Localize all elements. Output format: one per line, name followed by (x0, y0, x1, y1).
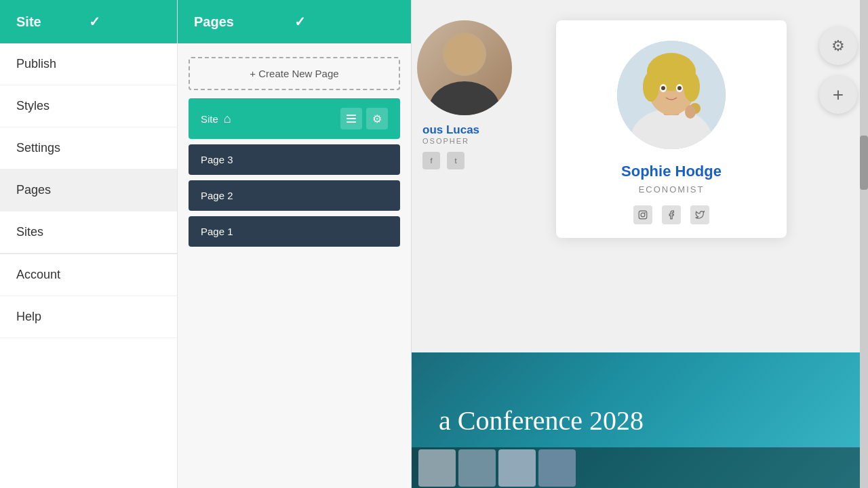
svg-rect-6 (454, 61, 475, 71)
sophie-name: Sophie Hodge (576, 163, 766, 180)
sidebar-item-publish[interactable]: Publish (0, 43, 177, 85)
pages-panel: Pages ✓ + Create New Page Site ⌂ (178, 0, 412, 488)
page-item-page2[interactable]: Page 2 (189, 180, 400, 211)
sidebar-item-sites[interactable]: Sites (0, 211, 177, 253)
scrollbar-track (860, 0, 868, 488)
svg-point-17 (677, 86, 682, 90)
left-name: ous Lucas (422, 123, 517, 137)
sidebar-title: Site (16, 14, 89, 30)
facebook-icon[interactable]: f (422, 152, 440, 169)
svg-point-12 (643, 72, 659, 102)
svg-point-21 (641, 213, 645, 217)
svg-point-19 (685, 105, 696, 119)
page-item-site[interactable]: Site ⌂ ⚙ (189, 98, 400, 139)
site-actions: ⚙ (340, 108, 388, 129)
home-icon: ⌂ (224, 112, 231, 126)
sophie-socials (576, 205, 766, 224)
sidebar-item-settings[interactable]: Settings (0, 127, 177, 169)
main-content: ous Lucas OSOPHER f t (412, 0, 868, 488)
pages-content: + Create New Page Site ⌂ ⚙ (178, 43, 411, 260)
page-item-page3[interactable]: Page 3 (189, 144, 400, 175)
pages-check-icon: ✓ (294, 14, 395, 30)
svg-rect-1 (347, 118, 356, 119)
svg-point-16 (661, 86, 665, 90)
sidebar-item-styles[interactable]: Styles (0, 85, 177, 127)
bottom-person-1 (418, 449, 456, 487)
svg-point-13 (684, 72, 700, 102)
left-socials: f t (422, 152, 517, 169)
sidebar-nav: Publish Styles Settings Pages Sites Acco… (0, 43, 177, 488)
sidebar-item-pages[interactable]: Pages (0, 169, 177, 211)
gear-icon: ⚙ (372, 113, 382, 125)
pages-header: Pages ✓ (178, 0, 411, 43)
create-new-page-button[interactable]: + Create New Page (189, 57, 400, 90)
svg-point-22 (644, 212, 646, 214)
bottom-people-strip (412, 447, 860, 488)
floating-add-button[interactable]: + (819, 76, 857, 114)
left-partial-card: ous Lucas OSOPHER f t (412, 20, 517, 169)
twitter-icon[interactable]: t (447, 152, 465, 169)
sophie-card: Sophie Hodge ECONOMIST (556, 20, 787, 238)
twitter-icon[interactable] (690, 205, 709, 224)
facebook-icon[interactable] (662, 205, 681, 224)
layers-icon (346, 113, 357, 124)
sidebar-item-help[interactable]: Help (0, 296, 177, 338)
add-icon: + (833, 84, 844, 106)
svg-rect-0 (347, 115, 356, 116)
left-role: OSOPHER (422, 137, 517, 145)
sidebar-check-icon: ✓ (89, 14, 161, 30)
site-layers-button[interactable] (340, 108, 362, 129)
sophie-avatar (617, 41, 726, 149)
left-avatar (417, 20, 512, 115)
sidebar-header: Site ✓ (0, 0, 177, 43)
site-item-label: Site ⌂ (201, 112, 335, 126)
svg-rect-20 (639, 211, 647, 219)
main-inner: ous Lucas OSOPHER f t (412, 0, 868, 488)
instagram-icon[interactable] (633, 205, 652, 224)
conference-title: a Conference 2028 (439, 405, 644, 436)
floating-gear-button[interactable]: ⚙ (819, 27, 857, 65)
gear-icon: ⚙ (831, 37, 845, 55)
svg-rect-2 (347, 121, 356, 123)
sidebar: Site ✓ Publish Styles Settings Pages Sit… (0, 0, 178, 488)
site-settings-button[interactable]: ⚙ (366, 108, 388, 129)
svg-point-4 (429, 81, 500, 115)
sophie-role: ECONOMIST (576, 184, 766, 195)
sophie-person-svg (617, 41, 726, 149)
bottom-person-4 (538, 449, 576, 487)
bottom-person-2 (458, 449, 496, 487)
left-person-svg (417, 20, 512, 115)
left-card-info: ous Lucas OSOPHER f t (412, 123, 517, 169)
bottom-person-3 (498, 449, 536, 487)
page-item-page1[interactable]: Page 1 (189, 216, 400, 247)
scrollbar-thumb[interactable] (860, 136, 868, 190)
sidebar-item-account[interactable]: Account (0, 253, 177, 296)
pages-title: Pages (194, 14, 294, 30)
